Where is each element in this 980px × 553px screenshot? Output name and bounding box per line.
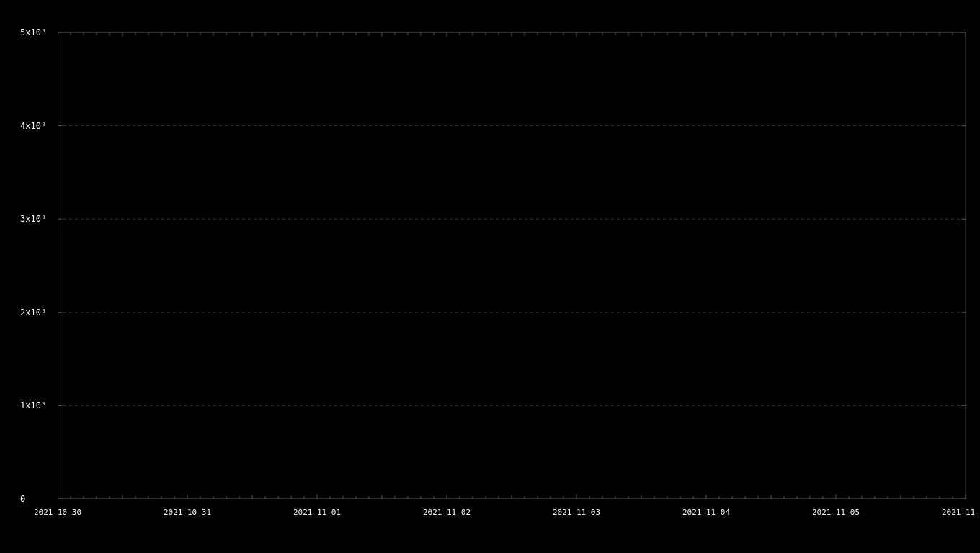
x-tick-label-1: 2021-10-31 — [164, 508, 211, 517]
y-tick-5e9: 5x10⁹ — [20, 27, 46, 37]
y-axis-label-container — [6, 32, 20, 499]
x-tick-label-4: 2021-11-03 — [553, 508, 600, 517]
y-tick-4e9: 4x10⁹ — [20, 121, 46, 131]
y-tick-1e9: 1x10⁹ — [20, 400, 46, 410]
chart-container: 0 1x10⁹ 2x10⁹ 3x10⁹ 4x10⁹ 5x10⁹ 2021-10-… — [0, 0, 980, 553]
y-tick-2e9: 2x10⁹ — [20, 307, 46, 318]
x-tick-label-2: 2021-11-01 — [293, 508, 341, 517]
plot-svg — [58, 32, 966, 499]
x-tick-label-0: 2021-10-30 — [34, 508, 81, 517]
y-tick-0: 0 — [20, 494, 25, 504]
x-tick-label-3: 2021-11-02 — [423, 508, 471, 517]
svg-rect-0 — [58, 32, 966, 499]
y-tick-3e9: 3x10⁹ — [20, 214, 46, 224]
x-tick-label-6: 2021-11-05 — [812, 508, 860, 517]
x-tick-label-7: 2021-11-0… — [942, 508, 980, 517]
x-tick-label-5: 2021-11-04 — [682, 508, 730, 517]
